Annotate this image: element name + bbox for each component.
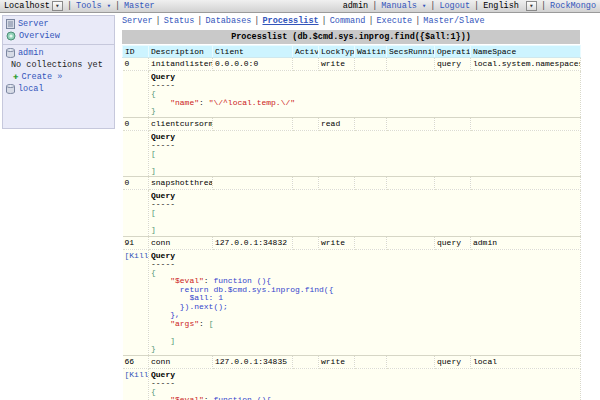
- tools-menu[interactable]: Tools ▾: [76, 0, 111, 12]
- query-json: { "$eval": function (){ return db.getCol…: [151, 388, 578, 400]
- cell-lock-type: [319, 177, 355, 190]
- cell-secs-running: [387, 117, 435, 130]
- logout-link[interactable]: Logout: [439, 0, 470, 12]
- page-body: Server Overview adminNo collections yet✚…: [0, 13, 600, 400]
- cell-id: 66: [123, 355, 149, 368]
- topbar-separator: |: [474, 0, 479, 12]
- nav-separator: |: [156, 16, 161, 26]
- cell-waiting: [355, 355, 387, 368]
- cell-namespace: [471, 117, 581, 130]
- cell-operation: query: [435, 236, 471, 249]
- process-query-row: [Kill]Query-----{ "$eval": function (){ …: [123, 368, 581, 400]
- nav-databases[interactable]: Databases: [205, 16, 251, 26]
- sidebar-item-overview[interactable]: Overview: [3, 30, 114, 42]
- process-row: 0initandlisten0.0.0.0:0 write querylocal…: [123, 58, 581, 71]
- database-link[interactable]: admin: [18, 48, 44, 58]
- sidebar-overview-link[interactable]: Overview: [19, 31, 60, 41]
- manuals-menu-label: Manuals: [381, 1, 417, 11]
- cell-operation: [435, 177, 471, 190]
- cell-namespace: [471, 177, 581, 190]
- username: admin: [343, 0, 369, 12]
- rockmongo-brand-link[interactable]: RockMongo: [550, 0, 596, 12]
- cell-namespace: local: [471, 355, 581, 368]
- query-segment: [: [209, 319, 214, 328]
- query-segment: [: [151, 208, 156, 217]
- kill-link[interactable]: [Kill]: [125, 251, 149, 260]
- cell-id: 0: [123, 58, 149, 71]
- process-row: 66conn127.0.0.1:34835 write querylocal: [123, 355, 581, 368]
- nav-links: Server|Status|Databases|Processlist|Comm…: [122, 16, 600, 26]
- query-segment: ]: [151, 225, 156, 234]
- process-query-row: Query-----[ ]: [123, 130, 581, 177]
- query-json: { "$eval": function (){ return db.$cmd.s…: [151, 269, 578, 354]
- nav-execute[interactable]: Execute: [377, 16, 413, 26]
- topbar-separator: |: [115, 0, 120, 12]
- language-select[interactable]: English ▾: [483, 0, 537, 12]
- process-query-row: [Kill]Query-----{ "$eval": function (){ …: [123, 249, 581, 355]
- column-header-description: Description: [149, 46, 213, 58]
- sidebar-item-create[interactable]: ✚Create »: [3, 71, 114, 83]
- page-title: Processlist (db.$cmd.sys.inprog.find({$a…: [122, 30, 580, 44]
- manuals-menu[interactable]: Manuals ▾: [381, 0, 426, 12]
- cell-active: [293, 58, 319, 71]
- column-header-secsrunning: SecsRunning: [387, 46, 435, 58]
- column-header-operation: Operation: [435, 46, 471, 58]
- sidebar-item-db-local[interactable]: local: [3, 83, 114, 95]
- query-segment: :: [199, 319, 209, 328]
- query-cell: Query-----{ "$eval": function (){ return…: [149, 249, 581, 355]
- query-segment: [: [151, 149, 156, 158]
- cell-client: 0.0.0.0:0: [213, 58, 293, 71]
- query-json: [ ]: [151, 209, 578, 235]
- column-header-locktype: LockType: [319, 46, 355, 58]
- process-query-row: Query-----{ "name": "\/^local.temp.\/" }: [123, 71, 581, 118]
- sidebar-item-db-admin[interactable]: admin: [3, 47, 114, 59]
- process-tbody: 0initandlisten0.0.0.0:0 write querylocal…: [123, 58, 581, 400]
- nav-processlist[interactable]: Processlist: [262, 16, 318, 26]
- database-link[interactable]: local: [18, 84, 44, 94]
- query-underline: -----: [151, 141, 578, 149]
- create-collection-link[interactable]: Create »: [21, 72, 62, 82]
- nav-master-slave[interactable]: Master/Slave: [423, 16, 484, 26]
- cell-waiting: [355, 117, 387, 130]
- sidebar-server-link[interactable]: Server: [18, 19, 49, 29]
- nav-command[interactable]: Command: [330, 16, 366, 26]
- kill-link[interactable]: [Kill]: [125, 370, 149, 379]
- cell-id: 0: [123, 177, 149, 190]
- kill-cell: [123, 71, 149, 118]
- nav-separator: |: [197, 16, 202, 26]
- database-icon: [6, 48, 15, 58]
- chevron-down-icon[interactable]: ▾: [52, 1, 63, 11]
- topbar-separator: |: [67, 0, 72, 12]
- column-header-active: Active: [293, 46, 319, 58]
- query-segment: [151, 319, 170, 328]
- cell-waiting: [355, 177, 387, 190]
- nav-status[interactable]: Status: [164, 16, 195, 26]
- nav-separator: |: [254, 16, 259, 26]
- query-segment: function (){: [213, 395, 271, 400]
- topbar-left: Localhost▾ | Tools ▾ | Master: [4, 0, 155, 12]
- host-select[interactable]: Localhost▾: [4, 0, 63, 12]
- database-icon: [6, 84, 15, 94]
- query-label: Query: [151, 72, 578, 81]
- language-select-value: English: [483, 1, 519, 11]
- cell-client: 127.0.0.1:34835: [213, 355, 293, 368]
- column-header-waiting: Waiting: [355, 46, 387, 58]
- chevron-down-icon[interactable]: ▾: [526, 1, 537, 11]
- cell-waiting: [355, 236, 387, 249]
- topbar-separator: |: [430, 0, 435, 12]
- cell-active: [293, 177, 319, 190]
- query-cell: Query-----{ "$eval": function (){ return…: [149, 368, 581, 400]
- server-icon: [6, 19, 15, 29]
- master-link[interactable]: Master: [124, 0, 155, 12]
- query-segment: [151, 395, 170, 400]
- nav-server[interactable]: Server: [122, 16, 153, 26]
- query-cell: Query-----[ ]: [149, 130, 581, 177]
- query-underline: -----: [151, 260, 578, 268]
- sidebar-item-server[interactable]: Server: [3, 18, 114, 30]
- cell-operation: query: [435, 58, 471, 71]
- cell-secs-running: [387, 58, 435, 71]
- cell-namespace: admin: [471, 236, 581, 249]
- tools-menu-label: Tools: [76, 1, 102, 11]
- kill-cell: [123, 190, 149, 237]
- process-row: 0clientcursormon read: [123, 117, 581, 130]
